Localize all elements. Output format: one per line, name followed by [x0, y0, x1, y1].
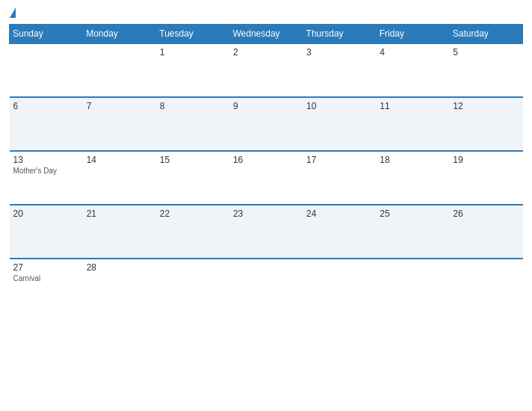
calendar-cell: 22	[156, 205, 229, 259]
calendar-table: SundayMondayTuesdayWednesdayThursdayFrid…	[9, 24, 523, 312]
calendar-cell: 4	[376, 43, 449, 97]
calendar-cell: 23	[229, 205, 303, 259]
day-number: 3	[306, 47, 372, 58]
calendar-cell: 16	[229, 151, 303, 205]
calendar-cell: 3	[303, 43, 376, 97]
calendar-cell	[83, 43, 156, 97]
day-event: Mother's Day	[13, 167, 79, 175]
week-row-4: 20212223242526	[10, 205, 523, 259]
day-event: Carnival	[13, 274, 79, 282]
calendar-cell: 2	[229, 43, 303, 97]
calendar-cell: 13Mother's Day	[10, 151, 83, 205]
day-number: 9	[233, 101, 299, 111]
weekday-header-row: SundayMondayTuesdayWednesdayThursdayFrid…	[10, 25, 523, 44]
day-number: 16	[233, 155, 299, 165]
logo-triangle-icon	[10, 7, 16, 18]
calendar-cell: 25	[376, 205, 449, 259]
day-number: 2	[233, 47, 299, 58]
day-number: 8	[160, 101, 226, 111]
day-number: 6	[13, 101, 79, 111]
calendar-cell	[376, 259, 449, 312]
day-number: 11	[380, 101, 445, 111]
calendar-cell: 15	[156, 151, 229, 205]
calendar-cell: 1	[156, 43, 229, 97]
day-number: 21	[87, 208, 152, 219]
calendar-cell: 26	[449, 205, 522, 259]
day-number: 10	[306, 101, 372, 111]
calendar-cell: 8	[156, 97, 229, 151]
calendar-cell: 20	[10, 205, 83, 259]
day-number: 12	[453, 101, 519, 111]
calendar-cell: 28	[83, 259, 156, 312]
week-row-1: 12345	[10, 43, 523, 97]
day-number: 27	[13, 262, 79, 273]
calendar-container: SundayMondayTuesdayWednesdayThursdayFrid…	[0, 0, 532, 411]
calendar-cell	[10, 43, 83, 97]
day-number: 20	[13, 208, 79, 219]
day-number: 17	[306, 155, 372, 165]
calendar-cell: 5	[449, 43, 522, 97]
day-number: 19	[453, 155, 519, 165]
calendar-cell: 6	[10, 97, 83, 151]
day-number: 25	[380, 208, 445, 219]
calendar-cell: 19	[449, 151, 522, 205]
weekday-header-sunday: Sunday	[10, 25, 83, 44]
calendar-cell: 27Carnival	[10, 259, 83, 312]
day-number: 18	[380, 155, 445, 165]
calendar-cell: 9	[229, 97, 303, 151]
calendar-cell: 7	[83, 97, 156, 151]
calendar-cell	[229, 259, 303, 312]
calendar-cell: 11	[376, 97, 449, 151]
weekday-header-thursday: Thursday	[303, 25, 376, 44]
calendar-cell: 12	[449, 97, 522, 151]
calendar-cell	[156, 259, 229, 312]
day-number: 26	[453, 208, 519, 219]
calendar-cell: 21	[83, 205, 156, 259]
day-number: 28	[87, 262, 152, 273]
logo	[9, 7, 16, 18]
day-number: 22	[160, 208, 226, 219]
week-row-5: 27Carnival28	[10, 259, 523, 312]
day-number: 1	[160, 47, 226, 58]
day-number: 15	[160, 155, 226, 165]
calendar-cell: 10	[303, 97, 376, 151]
calendar-cell: 24	[303, 205, 376, 259]
day-number: 7	[87, 101, 152, 111]
day-number: 4	[380, 47, 445, 58]
weekday-header-monday: Monday	[83, 25, 156, 44]
weekday-header-tuesday: Tuesday	[156, 25, 229, 44]
weekday-header-saturday: Saturday	[449, 25, 522, 44]
day-number: 24	[306, 208, 372, 219]
calendar-header	[9, 7, 523, 18]
day-number: 23	[233, 208, 299, 219]
calendar-cell: 14	[83, 151, 156, 205]
week-row-2: 6789101112	[10, 97, 523, 151]
calendar-cell	[303, 259, 376, 312]
calendar-cell: 18	[376, 151, 449, 205]
weekday-header-wednesday: Wednesday	[229, 25, 303, 44]
weekday-header-friday: Friday	[376, 25, 449, 44]
day-number: 13	[13, 155, 79, 165]
calendar-cell: 17	[303, 151, 376, 205]
calendar-cell	[449, 259, 522, 312]
week-row-3: 13Mother's Day141516171819	[10, 151, 523, 205]
day-number: 14	[87, 155, 152, 165]
day-number: 5	[453, 47, 519, 58]
